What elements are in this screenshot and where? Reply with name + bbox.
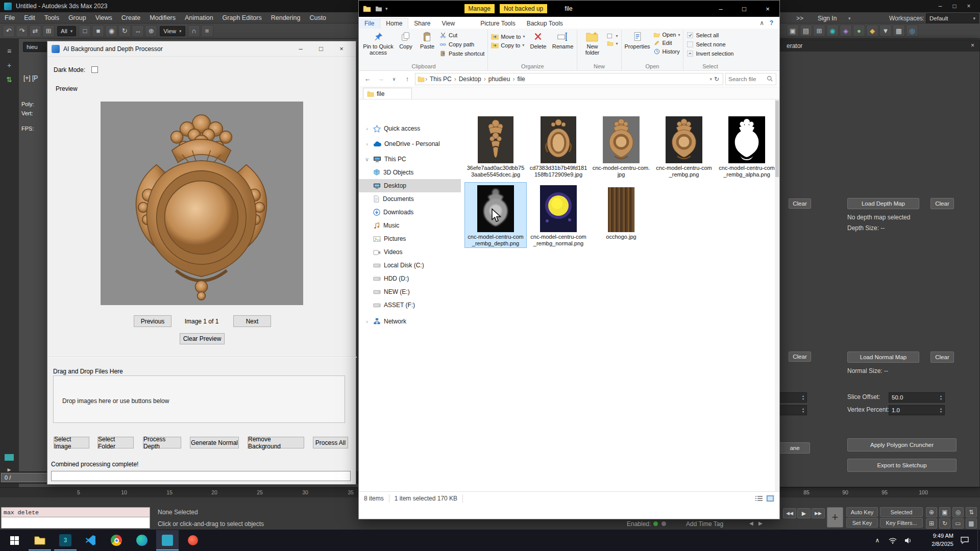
ribbon-collapse-icon[interactable]: ∧ xyxy=(760,19,764,27)
back-icon[interactable]: ← xyxy=(362,73,373,85)
file-item[interactable]: 36efe7aad0ac30dbb753aabe5545dcec.jpg xyxy=(465,114,526,179)
generate-normal-button[interactable]: Generate Normal xyxy=(190,437,239,448)
sort-layers-icon[interactable]: ⇅ xyxy=(3,73,15,86)
apply-polygon-cruncher-button[interactable]: Apply Polygon Cruncher xyxy=(847,438,957,452)
taskbar-file-explorer-icon[interactable] xyxy=(29,530,51,550)
history-button[interactable]: History xyxy=(652,47,682,56)
add-time-tag-button[interactable]: Add Time Tag xyxy=(686,520,723,528)
pan-view-icon[interactable]: ⊞ xyxy=(926,518,937,529)
sidebar-item-quick-access[interactable]: ›Quick access xyxy=(359,122,461,135)
undo-icon[interactable]: ↶ xyxy=(3,25,15,37)
key-filter-selected-dropdown[interactable]: Selected xyxy=(880,507,923,517)
normal-clear-right-button[interactable]: Clear xyxy=(930,352,954,363)
max-close-button[interactable]: × xyxy=(962,1,976,11)
graph-editor-icon[interactable]: ▤ xyxy=(800,24,812,37)
redo-icon[interactable]: ↷ xyxy=(16,25,28,37)
scene-explorer-icon[interactable]: ≡ xyxy=(3,45,15,57)
tab-picture-tools[interactable]: Picture Tools xyxy=(475,18,521,29)
file-item[interactable]: cnc-model-centru-com_rembg_alpha.png xyxy=(716,114,777,179)
auto-key-button[interactable]: Auto Key xyxy=(846,507,878,517)
sidebar-item-asset-f[interactable]: ASSET (F:) xyxy=(359,298,461,312)
enabled-green-indicator[interactable] xyxy=(653,521,658,526)
file-item[interactable]: cnc-model-centru-com_rembg.png xyxy=(653,114,715,179)
start-button[interactable] xyxy=(3,530,26,550)
sidebar-item-this-pc[interactable]: ∨This PC xyxy=(359,153,461,166)
copy-button[interactable]: Copy xyxy=(395,30,416,51)
menu-edit[interactable]: Edit xyxy=(19,14,40,21)
sign-in-menu[interactable]: Sign In xyxy=(818,15,837,22)
select-object-icon[interactable]: □ xyxy=(79,25,91,37)
invert-selection-button[interactable]: Invert selection xyxy=(685,49,735,58)
normal-clear-left-button[interactable]: Clear xyxy=(789,352,811,362)
explorer-maximize-button[interactable]: □ xyxy=(732,1,756,17)
select-none-button[interactable]: Select none xyxy=(685,40,735,48)
menu-customize[interactable]: Custo xyxy=(305,14,331,21)
folder-tab-file[interactable]: file xyxy=(363,88,412,99)
open-explorer-icon[interactable]: ▩ xyxy=(893,24,905,37)
menu-animation[interactable]: Animation xyxy=(180,14,218,21)
file-item[interactable]: occhogo.jpg xyxy=(591,183,652,247)
sidebar-item-desktop[interactable]: Desktop xyxy=(359,179,461,192)
dialog-maximize-button[interactable]: □ xyxy=(311,41,331,56)
depth-clear-right-button[interactable]: Clear xyxy=(930,198,954,209)
menu-file[interactable]: File xyxy=(0,14,19,21)
next-button[interactable]: Next xyxy=(233,315,271,327)
help-search-icon[interactable]: ◎ xyxy=(906,24,918,37)
select-all-button[interactable]: Select all xyxy=(685,31,735,39)
material-editor-icon[interactable]: ◉ xyxy=(826,24,839,37)
maxscript-listener-input[interactable] xyxy=(1,517,150,529)
sidebar-item-local-disk-c[interactable]: Local Disk (C:) xyxy=(359,259,461,272)
sidebar-item-documents[interactable]: Documents xyxy=(359,192,461,206)
sidebar-item-network[interactable]: ›Network xyxy=(359,315,461,328)
explorer-close-button[interactable]: × xyxy=(756,1,779,17)
crumb-phudieu[interactable]: phudieu xyxy=(486,76,512,83)
large-icons-view-icon[interactable] xyxy=(766,495,774,502)
open-button[interactable]: Open▾ xyxy=(652,31,682,38)
object-color-swatch[interactable] xyxy=(5,454,14,461)
named-selection-set-field[interactable]: hieu xyxy=(23,42,48,52)
select-link-icon[interactable]: ⇄ xyxy=(29,25,41,37)
cut-button[interactable]: Cut xyxy=(438,31,486,39)
search-input[interactable] xyxy=(728,76,765,82)
scrollbar-thumb[interactable] xyxy=(775,101,779,177)
set-keys-button[interactable]: + xyxy=(827,507,843,528)
details-view-icon[interactable] xyxy=(755,495,763,502)
dark-mode-checkbox[interactable] xyxy=(91,66,98,73)
expander-icon[interactable]: › xyxy=(364,141,370,147)
zoom-icon[interactable]: ⊕ xyxy=(926,507,937,517)
spinner-arrows-icon[interactable]: ▴▾ xyxy=(802,394,804,400)
zoom-extents-icon[interactable]: ◎ xyxy=(952,507,964,517)
search-box[interactable] xyxy=(725,73,776,85)
slice-offset-field[interactable]: 50.0▴▾ xyxy=(889,392,945,403)
tray-chevron-icon[interactable]: ∧ xyxy=(871,530,884,550)
sidebar-item-hdd-d[interactable]: HDD (D:) xyxy=(359,272,461,285)
workspaces-dropdown[interactable]: Default▾ xyxy=(926,13,979,23)
notification-center-icon[interactable] xyxy=(955,530,974,550)
previous-button[interactable]: Previous xyxy=(134,315,172,327)
menu-modifiers[interactable]: Modifiers xyxy=(145,14,180,21)
vertex-percent-field[interactable]: 1.0▴▾ xyxy=(889,405,945,415)
orbit-icon[interactable]: ↻ xyxy=(939,518,950,529)
process-depth-button[interactable]: Process Depth xyxy=(143,437,181,448)
sidebar-item-videos[interactable]: Videos xyxy=(359,245,461,259)
menu-rendering[interactable]: Rendering xyxy=(266,14,305,21)
sign-in-dropdown-icon[interactable]: ▾ xyxy=(848,16,851,21)
spinner-arrows-icon[interactable]: ▴▾ xyxy=(802,407,804,413)
crumb-this-pc[interactable]: This PC xyxy=(428,76,454,83)
pin-to-quick-access-button[interactable]: Pin to Quick access xyxy=(361,30,395,57)
load-depth-map-button[interactable]: Load Depth Map xyxy=(847,198,919,209)
delete-button[interactable]: Delete xyxy=(526,30,550,51)
menu-views[interactable]: Views xyxy=(91,14,117,21)
add-layer-icon[interactable]: + xyxy=(3,59,15,71)
file-list-scrollbar[interactable] xyxy=(775,99,779,491)
spinner-arrows-icon[interactable]: ▴▾ xyxy=(940,394,942,400)
toolbar-overflow-icon[interactable]: >> xyxy=(796,15,803,22)
process-all-button[interactable]: Process All xyxy=(313,437,348,448)
forward-icon[interactable]: → xyxy=(375,73,386,85)
rotate-icon[interactable]: ↻ xyxy=(118,25,131,37)
file-item[interactable]: cnc-model-centru-com.jpg xyxy=(591,114,652,179)
expander-icon[interactable]: › xyxy=(364,318,370,324)
copy-path-button[interactable]: Copy path xyxy=(438,40,486,48)
viewport-layout-icon[interactable]: ▩ xyxy=(966,518,977,529)
spinner-arrows-icon[interactable]: ▴▾ xyxy=(940,407,942,413)
